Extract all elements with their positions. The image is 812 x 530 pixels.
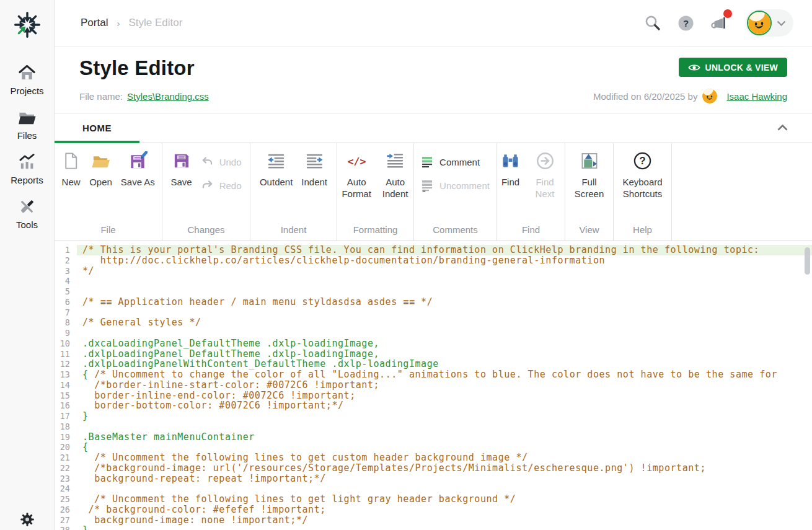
ribbon-group-caption: File <box>58 222 158 241</box>
line-number: 26 <box>55 505 77 515</box>
line-number: 11 <box>55 349 77 360</box>
line-number: 16 <box>55 400 77 411</box>
sidebar-item-label: Files <box>17 130 37 141</box>
chevron-right-icon: › <box>117 18 120 29</box>
full-screen-button[interactable]: Full Screen <box>569 151 609 200</box>
save-button[interactable]: Save <box>170 151 192 192</box>
code-line: 5 <box>55 286 812 297</box>
line-number: 1 <box>55 245 77 255</box>
ribbon-group-help: ?Keyboard ShortcutsHelp <box>614 143 672 241</box>
code-line: 17} <box>55 411 812 422</box>
clickhelp-logo-icon[interactable] <box>12 10 42 40</box>
line-number: 20 <box>55 442 77 453</box>
code-text: /* background-color: #efefef !important; <box>77 505 812 515</box>
line-number: 6 <box>55 297 77 307</box>
redo-icon <box>201 179 214 192</box>
settings-gear-button[interactable] <box>20 512 35 527</box>
tab-home[interactable]: HOME <box>55 113 139 143</box>
code-text: /*border-inline-start-color: #0072C6 !im… <box>77 380 812 391</box>
code-text <box>77 276 812 286</box>
reports-icon <box>17 152 37 172</box>
modified-label: Modified on 6/20/2025 by <box>593 91 697 102</box>
code-text: .dxlpLoadingPanel_DefaultTheme .dxlp-loa… <box>77 349 812 360</box>
code-text: /*background-image: url('/resources/Stor… <box>77 463 812 474</box>
code-icon: </> <box>347 151 366 170</box>
button-label: Outdent <box>260 176 293 188</box>
ribbon-tab-bar: HOME <box>55 113 812 143</box>
code-line: 9 <box>55 328 812 338</box>
smiley-avatar-icon <box>747 11 772 35</box>
modified-by-user-link[interactable]: Isaac Hawking <box>726 91 787 102</box>
button-label: Auto Format <box>341 176 372 200</box>
uncomment-button[interactable]: Uncomment <box>421 179 490 192</box>
home-icon <box>17 63 37 82</box>
code-line: 26 /* background-color: #efefef !importa… <box>55 505 812 515</box>
new-button[interactable]: New <box>61 151 81 188</box>
sidebar-item-projects[interactable]: Projects <box>10 63 43 96</box>
ribbon-group-caption: Changes <box>166 222 246 241</box>
open-button[interactable]: Open <box>89 151 112 188</box>
user-menu[interactable] <box>745 9 793 37</box>
line-number: 2 <box>55 255 77 266</box>
question-circle-icon: ? <box>633 151 652 170</box>
full-screen-icon <box>580 151 599 170</box>
code-line: 2 http://doc.clickhelp.co/articles/click… <box>55 255 812 266</box>
undo-button[interactable]: Undo <box>201 156 242 169</box>
save-as-button[interactable]: Save As <box>121 151 155 188</box>
code-line: 18 <box>55 422 812 432</box>
announcements-megaphone-icon[interactable] <box>710 14 729 32</box>
modified-by-avatar <box>702 89 717 104</box>
redo-button[interactable]: Redo <box>201 179 242 192</box>
code-editor[interactable]: 1/* This is your portal's Branding CSS f… <box>55 241 812 530</box>
line-number: 13 <box>55 369 77 380</box>
file-name-link[interactable]: Styles\Branding.css <box>127 91 209 102</box>
code-line: 25 /* Uncomment the following lines to g… <box>55 494 812 505</box>
keyboard-shortcuts-button[interactable]: ?Keyboard Shortcuts <box>622 151 664 200</box>
line-number: 5 <box>55 286 77 297</box>
code-line: 21 /* Uncomment the following lines to g… <box>55 453 812 463</box>
ribbon-group-find: FindFind NextFind <box>497 143 565 241</box>
button-label: Save <box>170 176 192 188</box>
sidebar-item-files[interactable]: Files <box>10 108 43 141</box>
indent-button[interactable]: Indent <box>301 151 327 188</box>
auto-indent-button[interactable]: Auto Indent <box>381 151 410 200</box>
save-as-icon <box>128 151 148 170</box>
auto-indent-icon <box>386 151 405 170</box>
breadcrumb-portal-link[interactable]: Portal <box>81 17 108 29</box>
search-icon[interactable] <box>644 14 661 32</box>
help-icon[interactable]: ? <box>677 15 694 32</box>
svg-text:?: ? <box>683 18 689 29</box>
unlock-and-view-button[interactable]: UNLOCK & VIEW <box>679 58 787 77</box>
line-number: 3 <box>55 266 77 276</box>
code-line: 22 /*background-image: url('/resources/S… <box>55 463 812 474</box>
breadcrumb: Portal › Style Editor <box>81 17 182 29</box>
auto-format-button[interactable]: </>Auto Format <box>341 151 372 200</box>
code-line: 4 <box>55 276 812 286</box>
line-number: 7 <box>55 307 77 318</box>
line-number: 9 <box>55 328 77 338</box>
sidebar-item-reports[interactable]: Reports <box>10 152 43 185</box>
binoculars-icon <box>501 151 520 170</box>
code-line: 14 /*border-inline-start-color: #0072C6 … <box>55 380 812 391</box>
button-label: Find Next <box>529 176 561 200</box>
find-next-button[interactable]: Find Next <box>529 151 561 200</box>
button-label: Uncomment <box>439 180 490 191</box>
code-text: { /* Uncomment to change the color of al… <box>77 369 812 380</box>
folder-icon <box>17 108 37 127</box>
sidebar-item-tools[interactable]: Tools <box>10 197 43 230</box>
comment-button[interactable]: Comment <box>421 156 490 169</box>
outdent-icon <box>267 151 286 170</box>
line-number: 23 <box>55 474 77 484</box>
code-line: 24 <box>55 484 812 494</box>
code-line: 27 background-image: none !important;*/ <box>55 515 812 526</box>
find-button[interactable]: Find <box>501 151 520 200</box>
code-text: /* Uncomment the following lines to get … <box>77 494 812 505</box>
vertical-scrollbar-thumb[interactable] <box>805 247 810 275</box>
code-line: 10.dxcaLoadingPanel_DefaultTheme .dxlp-l… <box>55 338 812 349</box>
line-number: 15 <box>55 391 77 401</box>
chevron-up-icon[interactable] <box>777 123 788 134</box>
app-window: ProjectsFilesReportsTools Portal › Style <box>0 0 812 530</box>
button-label: Save As <box>121 176 155 188</box>
comment-icon <box>421 156 434 169</box>
outdent-button[interactable]: Outdent <box>260 151 293 188</box>
